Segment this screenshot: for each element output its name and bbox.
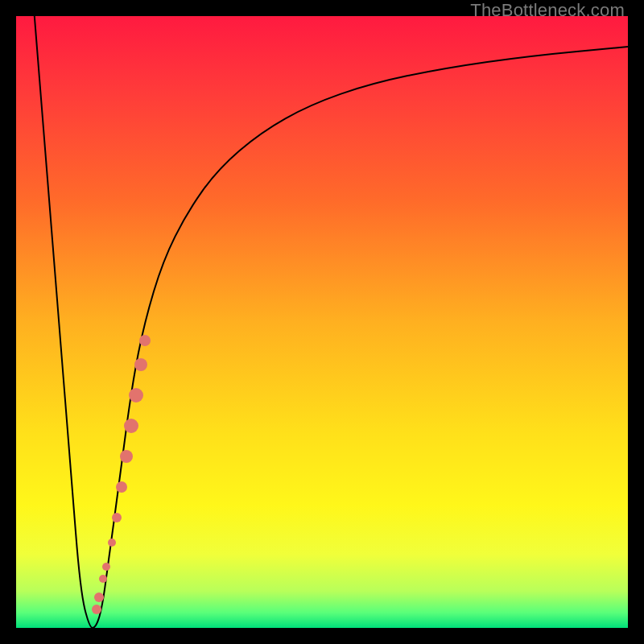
watermark-text: TheBottleneck.com bbox=[470, 0, 625, 21]
chart-frame: TheBottleneck.com bbox=[0, 0, 644, 644]
highlight-dot bbox=[124, 419, 138, 433]
highlight-dot bbox=[108, 539, 116, 547]
svg-rect-0 bbox=[16, 16, 628, 628]
plot-area bbox=[16, 16, 628, 628]
highlight-dot bbox=[112, 513, 122, 522]
highlight-dot bbox=[120, 450, 133, 463]
highlight-dot bbox=[139, 335, 151, 346]
background-gradient bbox=[16, 16, 628, 628]
highlight-dot bbox=[116, 481, 127, 493]
